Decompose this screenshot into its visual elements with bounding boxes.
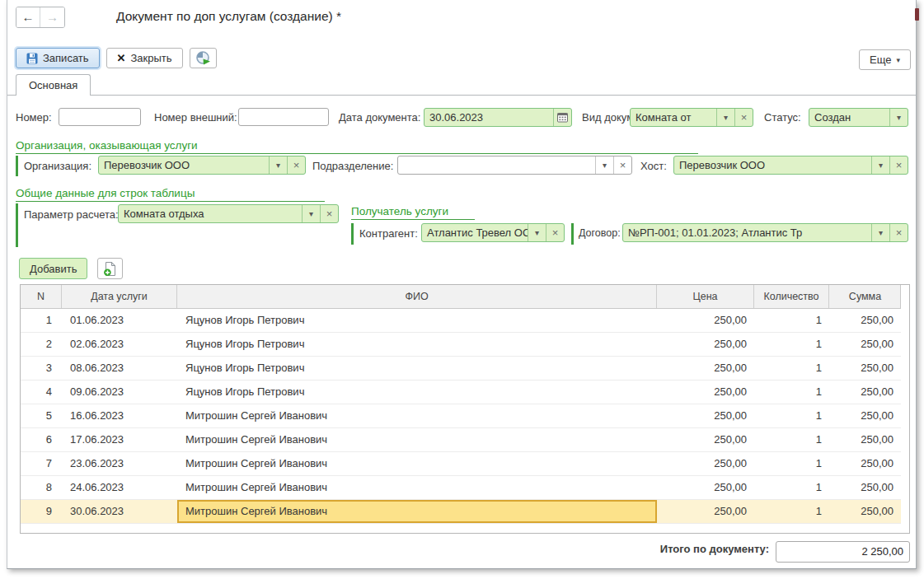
counterparty-select[interactable]: Атлантис Тревел ООО ▾ × xyxy=(421,223,565,242)
table-row[interactable]: 930.06.2023Митрошин Сергей Иванович250,0… xyxy=(21,500,901,524)
cell-date[interactable]: 24.06.2023 xyxy=(62,476,177,499)
cell-qty[interactable]: 1 xyxy=(754,428,829,451)
clear-icon[interactable]: × xyxy=(546,224,564,241)
calc-param-select[interactable]: Комната отдыха ▾ × xyxy=(118,204,339,223)
cell-n[interactable]: 3 xyxy=(21,357,62,380)
cell-n[interactable]: 8 xyxy=(21,476,62,499)
cell-n[interactable]: 2 xyxy=(21,333,62,356)
chevron-down-icon[interactable]: ▾ xyxy=(302,205,320,222)
column-header-sum[interactable]: Сумма xyxy=(829,285,901,308)
cell-date[interactable]: 01.06.2023 xyxy=(62,309,177,332)
cell-price[interactable]: 250,00 xyxy=(657,452,754,475)
cell-date[interactable]: 08.06.2023 xyxy=(62,357,177,380)
cell-sum[interactable]: 250,00 xyxy=(829,452,901,475)
close-button[interactable]: ✕ Закрыть xyxy=(106,48,183,68)
cell-sum[interactable]: 250,00 xyxy=(829,309,901,332)
cell-price[interactable]: 250,00 xyxy=(657,333,754,356)
cell-date[interactable]: 16.06.2023 xyxy=(62,404,177,427)
cell-sum[interactable]: 250,00 xyxy=(829,428,901,451)
cell-qty[interactable]: 1 xyxy=(754,357,829,380)
refresh-button[interactable] xyxy=(190,48,217,68)
chevron-down-icon[interactable]: ▾ xyxy=(871,156,889,174)
status-select[interactable]: Создан ▾ xyxy=(809,108,908,127)
cell-qty[interactable]: 1 xyxy=(754,452,829,475)
cell-fio[interactable]: Митрошин Сергей Иванович xyxy=(177,428,657,451)
more-button[interactable]: Еще ▾ xyxy=(859,49,911,70)
table-row[interactable]: 723.06.2023Митрошин Сергей Иванович250,0… xyxy=(21,452,901,476)
clear-icon[interactable]: × xyxy=(889,224,908,241)
cell-fio[interactable]: Яцунов Игорь Петрович xyxy=(177,333,657,356)
clear-icon[interactable]: × xyxy=(320,205,338,222)
cell-price[interactable]: 250,00 xyxy=(657,500,754,523)
cell-price[interactable]: 250,00 xyxy=(657,357,754,380)
chevron-down-icon[interactable]: ▾ xyxy=(889,109,908,126)
column-header-qty[interactable]: Количество xyxy=(754,285,829,308)
cell-fio[interactable]: Яцунов Игорь Петрович xyxy=(177,381,657,404)
cell-date[interactable]: 02.06.2023 xyxy=(62,333,177,356)
cell-price[interactable]: 250,00 xyxy=(657,309,754,332)
cell-sum[interactable]: 250,00 xyxy=(829,476,901,499)
table-row[interactable]: 516.06.2023Митрошин Сергей Иванович250,0… xyxy=(21,404,901,428)
add-row-button[interactable]: Добавить xyxy=(19,258,87,279)
contract-select[interactable]: №РП-001; 01.01.2023; Атлантис Тр ▾ × xyxy=(622,223,908,242)
cell-sum[interactable]: 250,00 xyxy=(829,357,901,380)
clear-icon[interactable]: × xyxy=(889,156,908,174)
table-row[interactable]: 409.06.2023Яцунов Игорь Петрович250,0012… xyxy=(21,381,901,404)
table-row[interactable]: 308.06.2023Яцунов Игорь Петрович250,0012… xyxy=(21,357,901,381)
org-select[interactable]: Перевозчик ООО ▾ × xyxy=(98,156,306,175)
tab-main[interactable]: Основная xyxy=(16,74,91,96)
chevron-down-icon[interactable]: ▾ xyxy=(871,224,889,241)
chevron-down-icon[interactable]: ▾ xyxy=(269,156,287,174)
number-input[interactable] xyxy=(59,108,141,126)
table-row[interactable]: 202.06.2023Яцунов Игорь Петрович250,0012… xyxy=(21,333,901,357)
cell-n[interactable]: 7 xyxy=(21,452,62,475)
division-select[interactable]: ▾ × xyxy=(397,156,632,175)
chevron-down-icon[interactable]: ▾ xyxy=(716,109,734,126)
cell-price[interactable]: 250,00 xyxy=(657,428,754,451)
back-button[interactable]: ← xyxy=(16,7,40,27)
cell-price[interactable]: 250,00 xyxy=(657,476,754,499)
cell-sum[interactable]: 250,00 xyxy=(829,404,901,427)
chevron-down-icon[interactable]: ▾ xyxy=(528,224,546,241)
doc-kind-select[interactable]: Комната от ▾ × xyxy=(630,108,753,127)
chevron-down-icon[interactable]: ▾ xyxy=(595,156,613,174)
cell-fio[interactable]: Митрошин Сергей Иванович xyxy=(177,452,657,475)
doc-date-field[interactable]: 30.06.2023 xyxy=(424,108,572,127)
column-header-price[interactable]: Цена xyxy=(657,285,754,308)
table-row[interactable]: 824.06.2023Митрошин Сергей Иванович250,0… xyxy=(21,476,901,500)
cell-qty[interactable]: 1 xyxy=(754,333,829,356)
cell-sum[interactable]: 250,00 xyxy=(829,381,901,404)
column-header-date[interactable]: Дата услуги xyxy=(62,285,177,308)
cell-qty[interactable]: 1 xyxy=(754,476,829,499)
cell-sum[interactable]: 250,00 xyxy=(829,500,901,523)
cell-fio[interactable]: Яцунов Игорь Петрович xyxy=(177,357,657,380)
external-number-input[interactable] xyxy=(238,108,329,126)
column-header-n[interactable]: N xyxy=(21,285,62,308)
cell-fio[interactable]: Митрошин Сергей Иванович xyxy=(177,500,657,523)
cell-date[interactable]: 30.06.2023 xyxy=(62,500,177,523)
clear-icon[interactable]: × xyxy=(613,156,631,174)
cell-qty[interactable]: 1 xyxy=(754,309,829,332)
cell-sum[interactable]: 250,00 xyxy=(829,333,901,356)
cell-price[interactable]: 250,00 xyxy=(657,381,754,404)
cell-fio[interactable]: Митрошин Сергей Иванович xyxy=(177,404,657,427)
cell-date[interactable]: 23.06.2023 xyxy=(62,452,177,475)
cell-n[interactable]: 9 xyxy=(21,500,62,523)
column-header-fio[interactable]: ФИО xyxy=(177,285,657,308)
cell-fio[interactable]: Яцунов Игорь Петрович xyxy=(177,309,657,332)
table-row[interactable]: 101.06.2023Яцунов Игорь Петрович250,0012… xyxy=(21,309,901,333)
cell-date[interactable]: 17.06.2023 xyxy=(62,428,177,451)
cell-date[interactable]: 09.06.2023 xyxy=(62,381,177,404)
cell-qty[interactable]: 1 xyxy=(754,381,829,404)
cell-price[interactable]: 250,00 xyxy=(657,404,754,427)
host-select[interactable]: Перевозчик ООО ▾ × xyxy=(673,156,908,175)
save-button[interactable]: Записать xyxy=(16,48,100,68)
cell-n[interactable]: 5 xyxy=(21,404,62,427)
cell-n[interactable]: 4 xyxy=(21,381,62,404)
total-value-field[interactable]: 2 250,00 xyxy=(776,541,910,563)
cell-qty[interactable]: 1 xyxy=(754,500,829,523)
table-row[interactable]: 617.06.2023Митрошин Сергей Иванович250,0… xyxy=(21,428,901,452)
cell-qty[interactable]: 1 xyxy=(754,404,829,427)
calendar-icon[interactable] xyxy=(553,109,571,126)
cell-fio[interactable]: Митрошин Сергей Иванович xyxy=(177,476,657,499)
